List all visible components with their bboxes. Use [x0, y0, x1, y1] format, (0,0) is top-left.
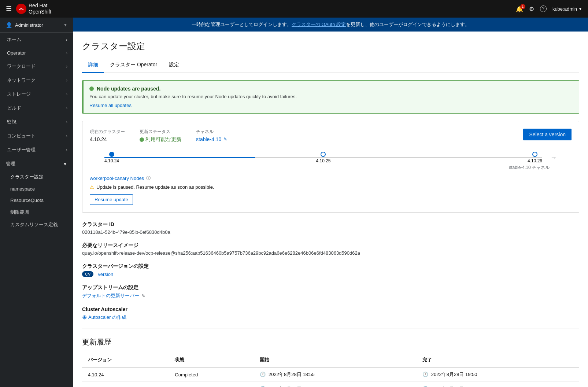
layout: 👤 Administrator ▼ ホーム › Operator › ワークロー… [0, 18, 588, 387]
help-icon[interactable]: ? [540, 5, 547, 12]
version-dot-3 [532, 152, 537, 157]
update-status-label: 更新ステータス [140, 129, 181, 135]
sidebar-item-limitrange[interactable]: 制限範囲 [0, 206, 73, 218]
version-dot-2 [321, 152, 326, 157]
col-start: 開始 [254, 353, 417, 367]
table-row: 4.10.24 Completed 🕐 2022年8月28日 18:55 🕐 2… [82, 367, 579, 382]
admin-section-chevron-icon: ▼ [63, 161, 67, 167]
workloads-chevron-icon: › [66, 64, 67, 69]
upstream-title: アップストリームの設定 [82, 284, 579, 291]
compute-chevron-icon: › [66, 134, 67, 138]
sidebar-item-resourcequota[interactable]: ResourceQuota [0, 195, 73, 206]
tab-settings[interactable]: 設定 [163, 58, 185, 73]
version-label-3: 4.10.26 [528, 158, 542, 163]
upstream-link[interactable]: デフォルトの更新サーバー [82, 292, 139, 299]
cluster-id-section: クラスター ID 020118a1-524b-479e-85lb-0ef6830… [82, 221, 579, 235]
main-content: 一時的な管理ユーザーとしてログインします。クラスターの OAuth 設定を更新し… [73, 18, 588, 387]
resume-update-button[interactable]: Resume update [90, 194, 133, 205]
topbar-left: ☰ Red Hat OpenShift [6, 3, 51, 15]
select-version-container: Select a version [523, 129, 572, 140]
operator-chevron-icon: › [66, 51, 67, 55]
current-cluster-field: 現在のクラスター 4.10.24 [90, 129, 125, 142]
tab-details[interactable]: 詳細 [82, 58, 104, 73]
version-dot-1 [109, 152, 114, 157]
sidebar-item-home[interactable]: ホーム › [0, 33, 73, 47]
autoscaler-title: Cluster Autoscaler [82, 306, 579, 312]
row2-state: Completed [169, 382, 254, 387]
sidebar-item-operator[interactable]: Operator › [0, 47, 73, 59]
update-status-value: 利用可能な更新 [140, 136, 181, 143]
notification-icon[interactable]: 🔔1 [516, 5, 523, 12]
sidebar-item-usermgmt[interactable]: ユーザー管理 › [0, 143, 73, 157]
warning-icon: ⚠ [90, 184, 94, 190]
sidebar-item-monitoring[interactable]: 監視 › [0, 115, 73, 129]
select-version-button[interactable]: Select a version [523, 129, 572, 140]
autoscaler-link[interactable]: Autoscaler の作成 [88, 314, 126, 321]
resume-all-link[interactable]: Resume all updates [89, 103, 132, 108]
admin-chevron-icon: ▼ [63, 23, 67, 27]
worker-pool-title[interactable]: workerpool-canary Nodes ⓘ [90, 175, 572, 181]
history-table-body: 4.10.24 Completed 🕐 2022年8月28日 18:55 🕐 2… [82, 367, 579, 387]
sidebar-item-builds[interactable]: ビルド › [0, 101, 73, 115]
tab-cluster-operator[interactable]: クラスター Operator [104, 58, 163, 73]
sidebar-item-compute[interactable]: コンピュート › [0, 129, 73, 143]
cluster-version-link[interactable]: version [98, 272, 113, 277]
oauth-link[interactable]: クラスターの OAuth 設定 [292, 22, 346, 27]
sidebar-item-networking[interactable]: ネットワーク › [0, 73, 73, 87]
worker-section: workerpool-canary Nodes ⓘ ⚠ Update is pa… [90, 175, 572, 205]
admin-icon: 👤 [6, 22, 12, 28]
version-label-2: 4.10.25 [316, 158, 330, 163]
upstream-section: アップストリームの設定 デフォルトの更新サーバー ✎ [82, 284, 579, 299]
channel-edit-icon[interactable]: ✎ [223, 137, 227, 142]
sidebar-item-namespace[interactable]: namespace [0, 183, 73, 195]
sidebar-admin-section[interactable]: 管理 ▼ [0, 157, 73, 171]
monitoring-chevron-icon: › [66, 120, 67, 124]
update-status-field: 更新ステータス 利用可能な更新 [140, 129, 181, 143]
row1-version: 4.10.24 [82, 367, 169, 382]
sidebar-admin-toggle[interactable]: 👤 Administrator ▼ [0, 18, 73, 33]
channel-field: チャネル stable-4.10 ✎ [196, 129, 227, 142]
history-header-row: バージョン 状態 開始 完了 [82, 353, 579, 367]
autoscaler-link-row: ⊕ Autoscaler の作成 [82, 314, 579, 321]
version-label-1: 4.10.24 [104, 158, 119, 163]
hamburger-icon[interactable]: ☰ [6, 5, 12, 13]
cluster-version-section: クラスターバージョンの設定 CV version [82, 263, 579, 277]
autoscaler-add-icon: ⊕ [82, 314, 87, 321]
networking-chevron-icon: › [66, 78, 67, 82]
storage-chevron-icon: › [66, 92, 67, 96]
sidebar-item-cluster-settings[interactable]: クラスター設定 [0, 171, 73, 183]
row2-end: 🕐 2022年8月28日 13:31 [417, 382, 579, 387]
worker-help-icon[interactable]: ⓘ [146, 175, 151, 181]
cluster-version-title: クラスターバージョンの設定 [82, 263, 579, 270]
cluster-card: 現在のクラスター 4.10.24 更新ステータス 利用可能な更新 チャネル [82, 121, 579, 213]
home-chevron-icon: › [66, 37, 67, 42]
release-image-title: 必要なリリースイメージ [82, 242, 579, 249]
sidebar: 👤 Administrator ▼ ホーム › Operator › ワークロー… [0, 18, 73, 387]
upstream-edit-icon[interactable]: ✎ [141, 293, 145, 299]
redhat-logo: Red Hat OpenShift [16, 3, 51, 15]
usermgmt-chevron-icon: › [66, 148, 67, 152]
table-row: 4.10.20 Completed 🕐 2022年8月28日 13:07 🕐 2… [82, 382, 579, 387]
autoscaler-section: Cluster Autoscaler ⊕ Autoscaler の作成 [82, 306, 579, 321]
channel-track-label: stable-4.10 チャネル [509, 165, 550, 171]
node-alert-title: Node updates are paused. [89, 86, 573, 92]
settings-icon[interactable]: ⚙ [529, 5, 534, 12]
sidebar-item-crd[interactable]: カスタムリソース定義 [0, 218, 73, 231]
row1-end-icon: 🕐 [422, 372, 428, 377]
page-title: クラスター設定 [82, 40, 579, 52]
channel-link[interactable]: stable-4.10 [196, 136, 221, 142]
status-green-dot [140, 137, 144, 142]
alert-banner: 一時的な管理ユーザーとしてログインします。クラスターの OAuth 設定を更新し… [73, 18, 588, 32]
sidebar-item-workloads[interactable]: ワークロード › [0, 59, 73, 73]
worker-paused-msg: ⚠ Update is paused. Resume update as soo… [90, 184, 572, 190]
current-cluster-label: 現在のクラスター [90, 129, 125, 135]
user-menu[interactable]: kube:admin ▼ [552, 6, 582, 12]
history-table: バージョン 状態 開始 完了 4.10.24 Completed 🕐 [82, 353, 579, 387]
page-content: クラスター設定 詳細 クラスター Operator 設定 Node update… [73, 32, 588, 387]
sidebar-item-storage[interactable]: ストレージ › [0, 87, 73, 101]
builds-chevron-icon: › [66, 106, 67, 110]
current-version-value: 4.10.24 [90, 136, 125, 142]
cluster-id-title: クラスター ID [82, 221, 579, 228]
cluster-id-value: 020118a1-524b-479e-85lb-0ef6830d4b0a [82, 229, 579, 235]
col-state: 状態 [169, 353, 254, 367]
